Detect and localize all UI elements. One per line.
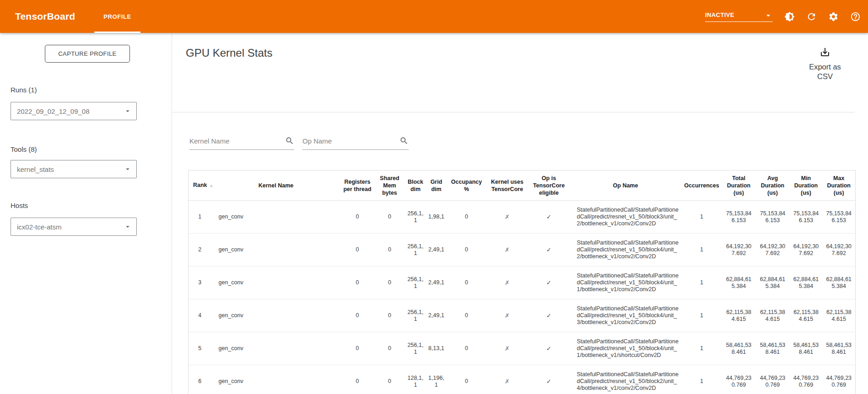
capture-profile-button[interactable]: CAPTURE PROFILE [45,45,130,63]
download-icon [819,47,830,58]
tensorboard-logo: TensorBoard [15,11,75,22]
cell-shared-mem-bytes: 0 [374,365,405,394]
cell-op-name: StatefulPartitionedCall/StatefulPartitio… [570,299,682,332]
tab-profile[interactable]: PROFILE [94,0,140,33]
cell-registers-per-thread: 0 [341,332,374,365]
cell-uses-tensorcore: ✗ [486,332,528,365]
cell-block-dim: 256,1,1 [405,234,426,266]
cell-min-duration: 58,461,538.461 [790,332,823,365]
tools-dropdown-value: kernel_stats [17,165,54,173]
table-row: 2 gen_conv 0 0 256,1,1 2,49,1 0 ✗ ✓ Stat… [189,234,856,266]
cell-avg-duration: 58,461,538.461 [756,332,790,365]
table-header-row: Rank▲ Kernel Name Registers per thread S… [189,170,856,201]
page-title: GPU Kernel Stats [186,47,272,59]
cell-rank: 3 [189,266,211,299]
cell-kernel-name: gen_conv [211,201,341,234]
cell-total-duration: 62,115,384.615 [722,299,756,332]
cell-uses-tensorcore: ✗ [486,299,528,332]
column-header-grid-dim[interactable]: Grid dim [426,170,447,201]
chevron-down-icon [124,165,132,173]
cell-occupancy: 0 [447,299,486,332]
runs-dropdown[interactable]: 2022_09_02_12_09_08 [11,102,137,120]
cell-min-duration: 62,884,615.384 [790,266,823,299]
column-header-kernel-name[interactable]: Kernel Name [211,170,341,201]
column-header-occurrences[interactable]: Occurrences [682,170,722,201]
search-icon[interactable] [399,136,409,145]
settings-button[interactable] [828,11,839,22]
refresh-button[interactable] [806,11,817,22]
hosts-dropdown[interactable]: icx02-tce-atsm [11,218,137,236]
runs-dropdown-value: 2022_09_02_12_09_08 [17,107,90,115]
export-csv-button[interactable]: Export as CSV [800,47,850,81]
cell-max-duration: 62,115,384.615 [823,299,856,332]
kernel-name-filter-input[interactable] [189,137,276,145]
cell-min-duration: 44,769,230.769 [790,365,823,394]
cell-max-duration: 62,884,615.384 [823,266,856,299]
column-header-op-tensorcore-eligible[interactable]: Op is TensorCore eligible [528,170,570,201]
column-header-min-duration[interactable]: Min Duration (us) [790,170,823,201]
op-name-filter [302,136,409,150]
cell-avg-duration: 44,769,230.769 [756,365,790,394]
column-header-total-duration[interactable]: Total Duration (us) [722,170,756,201]
cell-occurrences: 1 [682,201,722,234]
chevron-down-icon [764,11,773,20]
cell-occurrences: 1 [682,332,722,365]
cell-rank: 2 [189,234,211,266]
run-status-dropdown[interactable]: INACTIVE [705,11,773,22]
cell-kernel-name: gen_conv [211,234,341,266]
cell-max-duration: 58,461,538.461 [823,332,856,365]
column-header-shared-mem-bytes[interactable]: Shared Mem bytes [374,170,405,201]
cell-shared-mem-bytes: 0 [374,234,405,266]
help-icon [850,11,861,22]
help-button[interactable] [850,11,861,22]
cell-registers-per-thread: 0 [341,365,374,394]
cell-shared-mem-bytes: 0 [374,332,405,365]
kernel-name-filter [189,136,294,150]
cell-registers-per-thread: 0 [341,201,374,234]
cell-total-duration: 58,461,538.461 [722,332,756,365]
gear-icon [828,11,839,22]
sort-ascending-icon: ▲ [210,183,214,188]
cell-rank: 1 [189,201,211,234]
cell-occupancy: 0 [447,234,486,266]
theme-toggle-button[interactable] [784,11,795,22]
chevron-down-icon [124,107,132,115]
cell-min-duration: 75,153,846.153 [790,201,823,234]
cell-occurrences: 1 [682,365,722,394]
column-header-avg-duration[interactable]: Avg Duration (us) [756,170,790,201]
cell-op-name: StatefulPartitionedCall/StatefulPartitio… [570,234,682,266]
column-header-block-dim[interactable]: Block dim [405,170,426,201]
cell-occupancy: 0 [447,332,486,365]
cell-avg-duration: 62,115,384.615 [756,299,790,332]
cell-grid-dim: 2,49,1 [426,266,447,299]
table-row: 4 gen_conv 0 0 256,1,1 2,49,1 0 ✗ ✓ Stat… [189,299,856,332]
column-header-rank[interactable]: Rank▲ [189,170,211,201]
sidebar: CAPTURE PROFILE Runs (1) 2022_09_02_12_0… [0,33,172,394]
column-header-kernel-uses-tensorcore[interactable]: Kernel uses TensorCore [486,170,528,201]
cell-total-duration: 75,153,846.153 [722,201,756,234]
cell-shared-mem-bytes: 0 [374,299,405,332]
column-header-max-duration[interactable]: Max Duration (us) [823,170,856,201]
cell-occupancy: 0 [447,365,486,394]
brightness-icon [784,11,795,22]
cell-tensorcore-eligible: ✓ [528,266,570,299]
cell-block-dim: 256,1,1 [405,332,426,365]
refresh-icon [806,11,817,22]
cell-total-duration: 64,192,307.692 [722,234,756,266]
op-name-filter-input[interactable] [302,137,389,145]
cell-min-duration: 64,192,307.692 [790,234,823,266]
gpu-kernel-stats-table: Rank▲ Kernel Name Registers per thread S… [188,170,856,394]
tools-dropdown[interactable]: kernel_stats [11,160,137,178]
column-header-occupancy[interactable]: Occupancy % [447,170,486,201]
cell-registers-per-thread: 0 [341,299,374,332]
cell-tensorcore-eligible: ✓ [528,332,570,365]
cell-occurrences: 1 [682,234,722,266]
cell-occurrences: 1 [682,266,722,299]
cell-tensorcore-eligible: ✓ [528,234,570,266]
cell-tensorcore-eligible: ✓ [528,365,570,394]
column-header-op-name[interactable]: Op Name [570,170,682,201]
cell-avg-duration: 75,153,846.153 [756,201,790,234]
cell-avg-duration: 62,884,615.384 [756,266,790,299]
search-icon[interactable] [285,136,294,145]
column-header-registers-per-thread[interactable]: Registers per thread [341,170,374,201]
